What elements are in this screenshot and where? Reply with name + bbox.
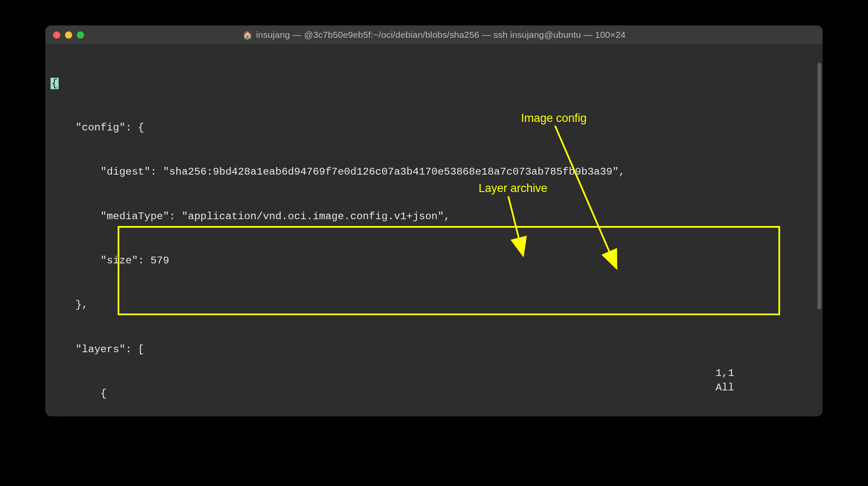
json-line: "mediaType": "application/vnd.oci.image.… [45, 209, 823, 224]
arrow-layer-archive [508, 196, 523, 256]
title-bar: 🏠 insujang — @3c7b50e9eb5f:~/oci/debian/… [45, 25, 823, 44]
json-line: { [45, 76, 823, 91]
json-line: }, [45, 298, 823, 313]
cursor-position: 1,1 [716, 367, 734, 379]
traffic-lights [53, 31, 84, 39]
maximize-window-button[interactable] [77, 31, 84, 39]
json-open-brace: { [51, 78, 59, 89]
json-line: "config": { [45, 121, 823, 136]
minimize-window-button[interactable] [65, 31, 72, 39]
window-title-text: insujang — @3c7b50e9eb5f:~/oci/debian/bl… [256, 30, 626, 40]
terminal-body[interactable]: { "config": { "digest": "sha256:9bd428a1… [45, 44, 823, 416]
json-line: "size": 579 [45, 254, 823, 268]
annotation-image-config: Image config [521, 110, 587, 126]
terminal-window: 🏠 insujang — @3c7b50e9eb5f:~/oci/debian/… [45, 25, 823, 416]
json-line: "digest": "sha256:9bd428a1eab6d94769f7e0… [45, 165, 823, 180]
arrow-image-config [555, 126, 617, 268]
scroll-position: All [716, 382, 734, 393]
scrollbar[interactable] [817, 63, 821, 309]
vim-status-bar: 1,1 All [678, 351, 811, 410]
annotation-layer-archive: Layer archive [479, 180, 547, 196]
close-window-button[interactable] [53, 31, 60, 39]
window-title: 🏠 insujang — @3c7b50e9eb5f:~/oci/debian/… [53, 30, 815, 40]
home-icon: 🏠 [242, 30, 253, 40]
